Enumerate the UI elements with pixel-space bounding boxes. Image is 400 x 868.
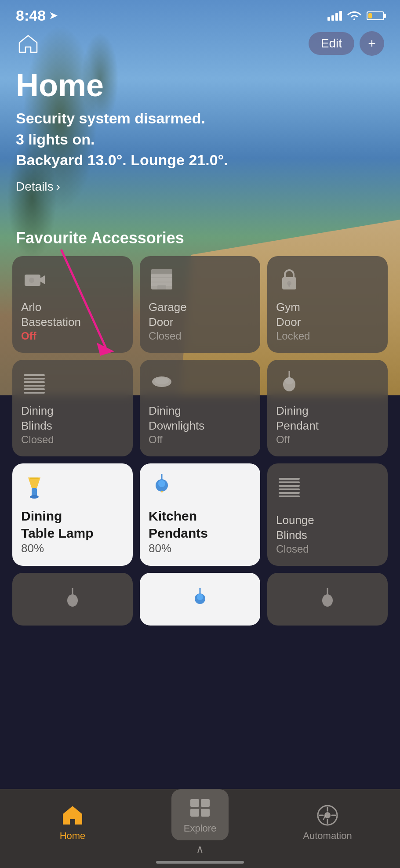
automation-tab-label: Automation: [303, 830, 352, 842]
svg-point-44: [322, 594, 333, 607]
home-tab-label: Home: [60, 830, 86, 842]
tab-bar: Home Explore ∧ Autom: [0, 789, 400, 868]
home-nav-button[interactable]: [16, 31, 40, 56]
wifi-icon: [347, 11, 361, 21]
svg-point-42: [197, 594, 203, 600]
garage-icon: [149, 267, 175, 293]
tile-dining-lamp[interactable]: DiningTable Lamp 80%: [12, 463, 133, 566]
svg-point-39: [67, 594, 78, 607]
tile-dining-pendant[interactable]: DiningPendant Off: [267, 360, 388, 456]
details-label: Details: [16, 180, 54, 194]
tile-name-dining-blinds: DiningBlinds Closed: [21, 397, 124, 446]
time-display: 8:48: [16, 7, 46, 24]
svg-rect-48: [201, 809, 210, 817]
tile-name-garage: GarageDoor Closed: [149, 293, 251, 342]
svg-rect-12: [288, 283, 290, 287]
home-tab-icon: [60, 803, 85, 828]
tile-dining-blinds[interactable]: DiningBlinds Closed: [12, 360, 133, 456]
tile-name-gym: GymDoor Locked: [276, 293, 379, 342]
spacer: [0, 626, 400, 713]
tile-garage-door[interactable]: GarageDoor Closed: [140, 256, 260, 353]
tab-automation[interactable]: Automation: [264, 799, 391, 846]
explore-tab-icon: [188, 796, 212, 820]
svg-rect-9: [157, 285, 166, 289]
svg-point-30: [158, 480, 165, 487]
tile-gym-door[interactable]: GymDoor Locked: [267, 256, 388, 353]
svg-rect-14: [24, 378, 45, 380]
status-line-3: Backyard 13.0°. Lounge 21.0°.: [16, 150, 384, 171]
home-indicator: [156, 861, 244, 864]
chevron-right-icon: ›: [56, 180, 60, 194]
blinds-icon: [21, 370, 47, 397]
svg-rect-32: [279, 478, 300, 480]
lounge-blinds-icon: [276, 474, 302, 500]
lock-icon: [276, 267, 302, 293]
svg-rect-34: [279, 485, 300, 487]
tile-lounge-blinds[interactable]: LoungeBlinds Closed: [267, 463, 388, 566]
battery-indicator: [367, 11, 384, 20]
details-link[interactable]: Details ›: [16, 180, 384, 194]
tile-name-lounge-blinds: LoungeBlinds Closed: [276, 506, 379, 555]
tile-arlo[interactable]: ArloBasestation Off: [12, 256, 133, 353]
svg-rect-8: [151, 269, 172, 275]
accessories-grid: ArloBasestation Off GarageDoor Closed: [9, 256, 391, 566]
partial-tile-1[interactable]: [12, 573, 133, 626]
hero-content: Home Security system disarmed. 3 lights …: [0, 59, 400, 203]
add-button[interactable]: +: [360, 31, 384, 56]
pendant-icon: [276, 370, 302, 397]
svg-rect-35: [279, 488, 300, 490]
camera-icon: [21, 267, 47, 293]
svg-rect-33: [279, 481, 300, 483]
top-nav-right: Edit +: [309, 31, 384, 56]
svg-rect-15: [24, 381, 45, 383]
signal-bars: [327, 11, 342, 21]
location-icon: ➤: [49, 10, 57, 22]
signal-bar-4: [339, 11, 342, 21]
svg-point-20: [155, 377, 169, 384]
status-bar: 8:48 ➤: [0, 0, 400, 28]
kitchen-pendant-icon: [149, 474, 175, 500]
status-line-1: Security system disarmed.: [16, 108, 384, 129]
svg-rect-13: [24, 374, 45, 376]
svg-rect-16: [24, 385, 45, 387]
tile-name-dining-downlights: DiningDownlights Off: [149, 397, 251, 446]
downlight-icon: [149, 370, 175, 397]
svg-rect-36: [279, 492, 300, 494]
section-title: Favourite Accessories: [9, 229, 391, 247]
edit-button[interactable]: Edit: [309, 32, 354, 55]
svg-point-26: [30, 495, 39, 499]
tile-name-arlo: ArloBasestation Off: [21, 293, 124, 342]
tile-name-kitchen-pendants: KitchenPendants 80%: [149, 500, 251, 555]
svg-point-3: [29, 278, 34, 283]
partial-row: [9, 573, 391, 626]
tile-kitchen-pendants[interactable]: KitchenPendants 80%: [140, 463, 260, 566]
status-icons: [327, 11, 384, 21]
svg-rect-37: [279, 495, 300, 497]
svg-rect-31: [161, 491, 163, 492]
home-title: Home: [16, 68, 384, 103]
tile-dining-downlights[interactable]: DiningDownlights Off: [140, 360, 260, 456]
partial-tile-2[interactable]: [140, 573, 260, 626]
home-status: Security system disarmed. 3 lights on. B…: [16, 108, 384, 171]
automation-tab-icon: [315, 803, 340, 828]
top-nav: Edit +: [0, 28, 400, 59]
svg-rect-27: [30, 477, 39, 479]
svg-rect-6: [151, 278, 172, 282]
explore-tab-label: Explore: [184, 823, 217, 834]
tab-explore[interactable]: Explore ∧: [136, 785, 264, 860]
tile-name-dining-lamp: DiningTable Lamp 80%: [21, 500, 124, 555]
status-time: 8:48 ➤: [16, 7, 57, 24]
status-line-2: 3 lights on.: [16, 129, 384, 150]
svg-rect-45: [190, 799, 199, 807]
svg-rect-17: [24, 388, 45, 390]
signal-bar-3: [335, 13, 338, 21]
lamp-icon: [21, 474, 47, 500]
signal-bar-1: [327, 17, 330, 21]
svg-point-23: [285, 377, 294, 384]
signal-bar-2: [331, 15, 334, 21]
svg-rect-18: [24, 392, 45, 394]
svg-rect-47: [190, 809, 199, 817]
battery-fill: [368, 13, 372, 18]
tab-home[interactable]: Home: [9, 799, 136, 846]
partial-tile-3[interactable]: [267, 573, 388, 626]
